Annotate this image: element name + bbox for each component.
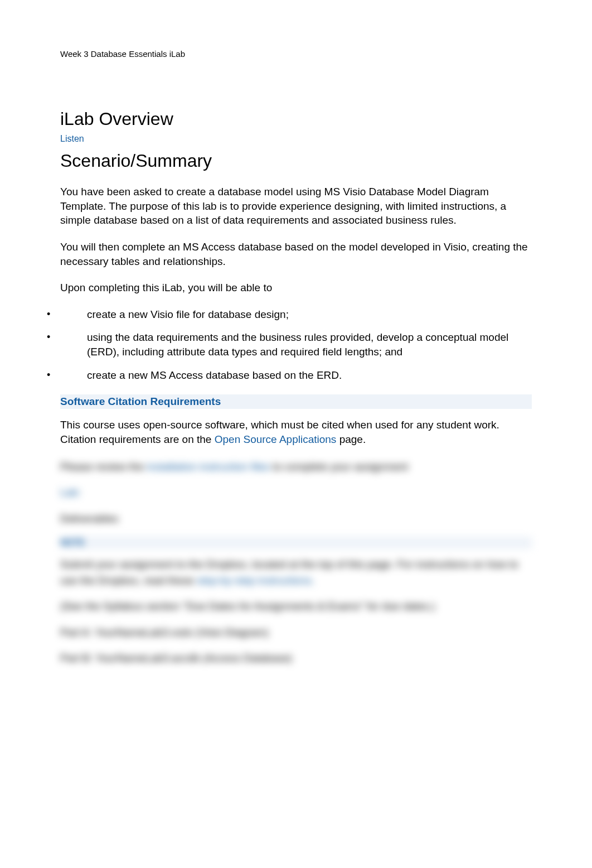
blurred-text: Please review the bbox=[60, 461, 147, 472]
bullet-list: create a new Visio file for database des… bbox=[21, 307, 532, 383]
scenario-heading: Scenario/Summary bbox=[60, 151, 532, 171]
page-label: Week 3 Database Essentials iLab bbox=[60, 49, 532, 59]
paragraph-1: You have been asked to create a database… bbox=[60, 185, 532, 228]
citation-requirements-bar: Software Citation Requirements bbox=[60, 394, 532, 409]
blurred-text: to complete your assignment bbox=[270, 461, 408, 472]
list-item: using the data requirements and the busi… bbox=[21, 330, 532, 359]
blurred-link: step-by-step instructions. bbox=[197, 575, 314, 586]
citation-text-b: page. bbox=[336, 433, 366, 445]
overview-heading: iLab Overview bbox=[60, 109, 532, 129]
open-source-applications-link[interactable]: Open Source Applications bbox=[215, 433, 337, 445]
list-item: create a new Visio file for database des… bbox=[21, 307, 532, 322]
blurred-note-bar: NOTE bbox=[60, 537, 532, 549]
blurred-link: installation instruction files bbox=[147, 461, 270, 472]
blurred-line: Part A: YourNameLab3.vsdx (Visio Diagram… bbox=[60, 625, 532, 641]
paragraph-3: Upon completing this iLab, you will be a… bbox=[60, 281, 532, 295]
blurred-line: Part B: YourNameLab3.accdb (Access Datab… bbox=[60, 650, 532, 667]
blurred-line: Submit your assignment to the Dropbox, l… bbox=[60, 557, 532, 589]
blurred-content: Please review the installation instructi… bbox=[60, 459, 532, 667]
blurred-link: Lab: bbox=[60, 486, 81, 498]
blurred-line: (See the Syllabus section "Due Dates for… bbox=[60, 599, 532, 615]
citation-requirements-heading: Software Citation Requirements bbox=[60, 396, 221, 407]
citation-paragraph: This course uses open-source software, w… bbox=[60, 418, 532, 446]
blurred-line: Please review the installation instructi… bbox=[60, 459, 532, 475]
blurred-note-heading: NOTE bbox=[60, 538, 85, 547]
list-item: create a new MS Access database based on… bbox=[21, 368, 532, 383]
blurred-line: Lab: bbox=[60, 485, 532, 501]
listen-link[interactable]: Listen bbox=[60, 134, 84, 144]
blurred-deliverables: Deliverables bbox=[60, 511, 532, 527]
paragraph-2: You will then complete an MS Access data… bbox=[60, 240, 532, 268]
